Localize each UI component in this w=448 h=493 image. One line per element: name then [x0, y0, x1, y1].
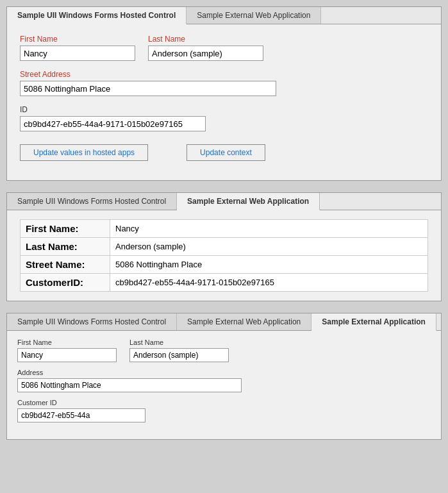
panel3-id-input[interactable] — [17, 408, 145, 422]
panel2-tab-forms[interactable]: Sample UII Windows Forms Hosted Control — [7, 193, 177, 210]
table-row: Last Name: Anderson (sample) — [21, 238, 428, 256]
panel3-tab-bar: Sample UII Windows Forms Hosted Control … — [7, 313, 441, 331]
panel3-lastname-label: Last Name — [129, 338, 229, 346]
update-context-button[interactable]: Update context — [187, 144, 265, 161]
panel3-lastname-group: Last Name — [129, 338, 229, 362]
panel1-id-group: ID — [20, 105, 206, 131]
panel1-name-row: First Name Last Name — [20, 35, 428, 61]
panel1-button-row: Update values in hosted apps Update cont… — [20, 144, 428, 167]
panel1-content: First Name Last Name Street Address ID U… — [7, 24, 441, 180]
panel3-name-row: First Name Last Name — [17, 338, 431, 362]
panel3-lastname-input[interactable] — [129, 348, 229, 362]
panel1-street-row: Street Address — [20, 70, 428, 96]
panel1-street-label: Street Address — [20, 70, 276, 79]
panel1-lastname-label: Last Name — [148, 35, 263, 44]
panel3-address-input[interactable] — [17, 378, 242, 392]
update-hosted-button[interactable]: Update values in hosted apps — [20, 144, 148, 161]
panel1-lastname-input[interactable] — [148, 46, 263, 61]
row1-value: Nancy — [110, 220, 428, 238]
panel1-tab-bar: Sample UII Windows Forms Hosted Control … — [7, 7, 441, 24]
row2-value: Anderson (sample) — [110, 238, 428, 256]
panel1-firstname-input[interactable] — [20, 46, 135, 61]
panel2-content: First Name: Nancy Last Name: Anderson (s… — [7, 210, 441, 301]
panel3-address-group: Address — [17, 369, 242, 392]
row3-value: 5086 Nottingham Place — [110, 256, 428, 274]
panel3-address-label: Address — [17, 369, 242, 376]
row4-value: cb9bd427-eb55-44a4-9171-015b02e97165 — [110, 274, 428, 292]
panel1: Sample UII Windows Forms Hosted Control … — [6, 6, 442, 181]
row1-label: First Name: — [21, 220, 110, 238]
panel3-tab-forms[interactable]: Sample UII Windows Forms Hosted Control — [7, 313, 177, 330]
table-row: First Name: Nancy — [21, 220, 428, 238]
panel3-tab-web[interactable]: Sample External Web Application — [177, 313, 311, 330]
row4-label: CustomerID: — [21, 274, 110, 292]
panel2: Sample UII Windows Forms Hosted Control … — [6, 192, 442, 301]
row3-label: Street Name: — [21, 256, 110, 274]
panel3-tab-ext[interactable]: Sample External Application — [311, 313, 436, 331]
panel3-firstname-label: First Name — [17, 338, 117, 346]
panel3-id-group: Customer ID — [17, 399, 145, 422]
panel1-street-input[interactable] — [20, 81, 276, 96]
panel2-table: First Name: Nancy Last Name: Anderson (s… — [20, 219, 428, 292]
table-row: CustomerID: cb9bd427-eb55-44a4-9171-015b… — [21, 274, 428, 292]
panel3-firstname-group: First Name — [17, 338, 117, 362]
panel1-id-label: ID — [20, 105, 206, 114]
panel2-tab-bar: Sample UII Windows Forms Hosted Control … — [7, 193, 441, 210]
panel1-tab-forms[interactable]: Sample UII Windows Forms Hosted Control — [7, 7, 187, 24]
panel1-tab-web[interactable]: Sample External Web Application — [187, 7, 321, 24]
panel3-address-row: Address — [17, 369, 431, 392]
panel1-firstname-group: First Name — [20, 35, 135, 61]
panel3-firstname-input[interactable] — [17, 348, 117, 362]
panel1-street-group: Street Address — [20, 70, 276, 96]
panel3: Sample UII Windows Forms Hosted Control … — [6, 313, 442, 440]
panel1-id-row: ID — [20, 105, 428, 131]
row2-label: Last Name: — [21, 238, 110, 256]
panel1-lastname-group: Last Name — [148, 35, 263, 61]
panel2-tab-web[interactable]: Sample External Web Application — [177, 193, 320, 210]
panel3-id-row: Customer ID — [17, 399, 431, 422]
panel1-id-input[interactable] — [20, 116, 206, 131]
panel3-content: First Name Last Name Address Customer ID — [7, 331, 441, 439]
panel1-firstname-label: First Name — [20, 35, 135, 44]
panel3-id-label: Customer ID — [17, 399, 145, 406]
table-row: Street Name: 5086 Nottingham Place — [21, 256, 428, 274]
